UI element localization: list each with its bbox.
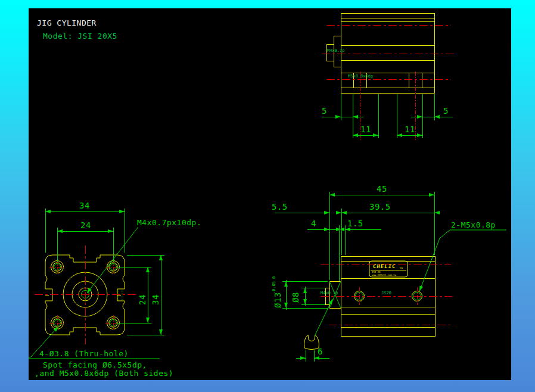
dim-height-34: 34 — [151, 294, 160, 305]
cad-drawing: JIG CYLINDER Model: JSI 20X5 M4x0.7p M5x… — [29, 8, 511, 380]
dim-bore-13: Ø13 — [273, 292, 282, 308]
dim-height-24: 24 — [138, 294, 147, 305]
dim-left-11: 11 — [360, 125, 371, 134]
dim-wrench-6: 6 — [318, 347, 323, 356]
dim-5-5: 5.5 — [272, 202, 288, 211]
dim-right-5: 5 — [443, 106, 449, 116]
view-top-elevation: M4x0.7p M5x0.8x6dp 5 11 11 5 — [322, 13, 455, 140]
nameplate-tm: TM — [400, 267, 403, 270]
dimension-arrows — [335, 115, 440, 137]
wrench-symbol — [304, 335, 319, 350]
dim-4: 4 — [311, 219, 316, 228]
rod-thread-label: M4x0.7p — [327, 48, 345, 53]
cad-drawing-canvas[interactable]: JIG CYLINDER Model: JSI 20X5 M4x0.7p M5x… — [29, 8, 511, 380]
center-thread-leader — [87, 227, 138, 293]
thru-hole-callout: 4-Ø3.8 (Thru-hole) — [39, 349, 129, 358]
wrench-leader-arrow — [328, 299, 332, 304]
center-thread-callout: M4x0.7px10dp. — [137, 218, 201, 227]
note-line-1: Spot facing Ø6.5x5dp, — [43, 360, 147, 369]
dim-width-24: 24 — [80, 220, 91, 230]
nameplate: CHELIC TM JSI 20 www.CHELIC.com.tw — [369, 261, 408, 277]
mount-thread-label: M5x0.8x6dp — [348, 74, 373, 79]
model-mark: JS20 — [381, 291, 391, 295]
view-front-face: 34 24 24 34 M4x0.7px10dp. 4-Ø3.8 (Thru-h… — [29, 201, 201, 378]
extension-lines-top — [45, 209, 125, 262]
title-block: JIG CYLINDER Model: JSI 20X5 — [37, 18, 117, 41]
desktop-background: JIG CYLINDER Model: JSI 20X5 M4x0.7p M5x… — [0, 0, 535, 392]
drawing-model: Model: JSI 20X5 — [43, 32, 117, 41]
view-side-section: M4x0.7p CHELIC TM JSI 20 www.CHELIC.com.… — [272, 184, 506, 362]
dim-1-5: 1.5 — [347, 219, 363, 228]
wrench-dim-lines — [296, 350, 329, 362]
rod-thread-label: M4x0.7p — [321, 291, 338, 295]
ports-callout: 2-M5x0.8p — [451, 220, 496, 229]
ports-leader-arrow — [419, 285, 423, 291]
center-thread-arrow — [87, 288, 92, 293]
wrench-dim-arrows — [300, 356, 319, 360]
nameplate-line2: www.CHELIC.com.tw — [372, 273, 397, 276]
note-line-2: ,and M5x0.8x6dp (Both sides) — [35, 369, 173, 378]
dim-left-5: 5 — [322, 106, 327, 116]
dim-rod-8: Ø8 — [291, 292, 300, 303]
drawing-title: JIG CYLINDER — [37, 18, 97, 27]
dim-39-5: 39.5 — [369, 202, 391, 211]
bore-tol-lower: -0.05 — [272, 281, 276, 294]
dim-width-34: 34 — [79, 201, 90, 210]
dim-right-11: 11 — [405, 125, 415, 134]
dim-total-45: 45 — [377, 184, 387, 194]
bore-tol-upper: 0 — [272, 276, 276, 279]
dimension-lines — [322, 117, 453, 135]
